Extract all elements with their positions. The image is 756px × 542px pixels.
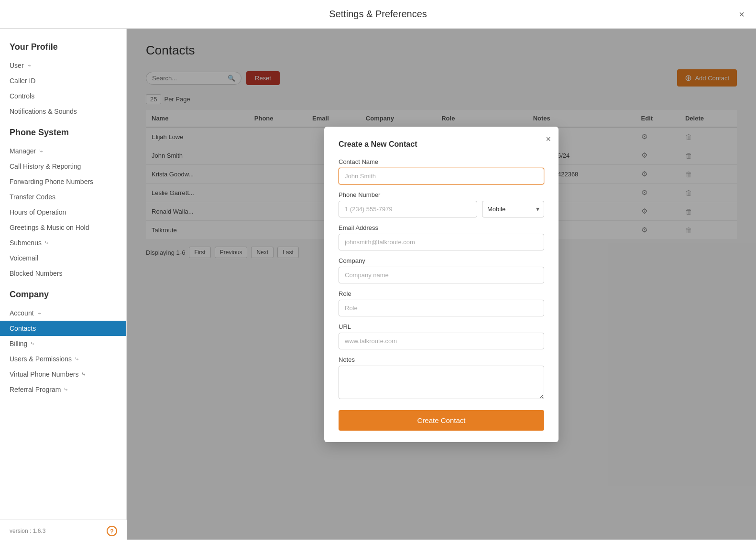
sidebar-item-account[interactable]: Account ⤷ bbox=[0, 305, 126, 321]
sidebar-item-transfercodes-label: Transfer Codes bbox=[10, 193, 55, 201]
sidebar-item-notifications[interactable]: Notifications & Sounds bbox=[0, 104, 126, 119]
sidebar-item-transfercodes[interactable]: Transfer Codes bbox=[0, 189, 126, 205]
sidebar-item-greetings[interactable]: Greetings & Music on Hold bbox=[0, 220, 126, 235]
contact-name-label: Contact Name bbox=[339, 158, 544, 165]
email-label: Email Address bbox=[339, 224, 544, 231]
modal-close-button[interactable]: × bbox=[546, 134, 551, 144]
company-label: Company bbox=[339, 257, 544, 264]
app-container: Settings & Preferences × Your Profile Us… bbox=[0, 0, 756, 542]
external-link-icon-users: ⤷ bbox=[75, 356, 79, 362]
notes-group: Notes bbox=[339, 356, 544, 401]
external-link-icon-referral: ⤷ bbox=[64, 386, 68, 393]
url-input[interactable] bbox=[339, 333, 544, 349]
modal-overlay: Create a New Contact × Contact Name Phon… bbox=[127, 29, 756, 540]
sidebar-item-referral[interactable]: Referral Program ⤷ bbox=[0, 382, 126, 397]
sidebar-item-notifications-label: Notifications & Sounds bbox=[10, 108, 77, 115]
sidebar-item-manager[interactable]: Manager ⤷ bbox=[0, 143, 126, 159]
company-section-title: Company bbox=[0, 286, 126, 305]
sidebar-item-voicemail[interactable]: Voicemail bbox=[0, 250, 126, 266]
phone-system-section-title: Phone System bbox=[0, 124, 126, 143]
external-link-icon-account: ⤷ bbox=[37, 310, 42, 316]
sidebar-item-submenus-label: Submenus bbox=[10, 239, 42, 247]
header: Settings & Preferences × bbox=[0, 0, 756, 29]
version-bar: version : 1.6.3 ? bbox=[0, 520, 127, 540]
sidebar-item-user-label: User bbox=[10, 62, 24, 69]
sidebar-item-callerid-label: Caller ID bbox=[10, 77, 35, 85]
sidebar-item-virtual-numbers[interactable]: Virtual Phone Numbers ⤷ bbox=[0, 367, 126, 382]
sidebar-item-blocked[interactable]: Blocked Numbers bbox=[0, 266, 126, 281]
phone-number-input[interactable] bbox=[339, 201, 477, 217]
header-title: Settings & Preferences bbox=[329, 9, 427, 20]
sidebar-item-contacts[interactable]: Contacts bbox=[0, 321, 126, 336]
email-group: Email Address bbox=[339, 224, 544, 250]
sidebar-item-voicemail-label: Voicemail bbox=[10, 254, 38, 262]
modal: Create a New Contact × Contact Name Phon… bbox=[324, 127, 559, 442]
role-group: Role bbox=[339, 290, 544, 316]
phone-number-group: Phone Number Mobile Home Work Other bbox=[339, 191, 544, 217]
sidebar-item-callerid[interactable]: Caller ID bbox=[0, 73, 126, 88]
url-label: URL bbox=[339, 323, 544, 330]
sidebar-item-blocked-label: Blocked Numbers bbox=[10, 270, 63, 277]
sidebar-item-hours[interactable]: Hours of Operation bbox=[0, 205, 126, 220]
sidebar-item-controls[interactable]: Controls bbox=[0, 88, 126, 104]
notes-label: Notes bbox=[339, 356, 544, 363]
sidebar-item-user[interactable]: User ⤷ bbox=[0, 58, 126, 73]
your-profile-section-title: Your Profile bbox=[0, 38, 126, 58]
sidebar-item-forwarding[interactable]: Forwarding Phone Numbers bbox=[0, 174, 126, 189]
create-contact-button[interactable]: Create Contact bbox=[339, 410, 544, 431]
sidebar-item-billing-label: Billing bbox=[10, 340, 27, 347]
sidebar-item-users-permissions[interactable]: Users & Permissions ⤷ bbox=[0, 351, 126, 367]
external-link-icon-virtual: ⤷ bbox=[81, 371, 86, 378]
email-input[interactable] bbox=[339, 234, 544, 250]
sidebar-item-forwarding-label: Forwarding Phone Numbers bbox=[10, 178, 93, 185]
sidebar-item-callhistory-label: Call History & Reporting bbox=[10, 163, 81, 170]
close-button[interactable]: × bbox=[739, 9, 745, 20]
external-link-icon: ⤷ bbox=[27, 62, 32, 69]
sidebar-item-controls-label: Controls bbox=[10, 92, 34, 100]
help-icon[interactable]: ? bbox=[107, 526, 117, 536]
body-layout: Your Profile User ⤷ Caller ID Controls N… bbox=[0, 29, 756, 540]
sidebar-item-greetings-label: Greetings & Music on Hold bbox=[10, 224, 89, 231]
external-link-icon-manager: ⤷ bbox=[39, 148, 44, 154]
external-link-icon-submenus: ⤷ bbox=[44, 239, 49, 246]
main-content: Contacts 🔍 Reset ⊕ Add Contact 25 Per Pa… bbox=[127, 29, 756, 540]
version-label: version : 1.6.3 bbox=[10, 528, 45, 534]
external-link-icon-billing: ⤷ bbox=[30, 340, 35, 347]
url-group: URL bbox=[339, 323, 544, 349]
sidebar-item-contacts-label: Contacts bbox=[10, 325, 36, 332]
sidebar-item-referral-label: Referral Program bbox=[10, 386, 61, 393]
modal-title: Create a New Contact bbox=[339, 140, 544, 149]
role-input[interactable] bbox=[339, 300, 544, 316]
notes-input[interactable] bbox=[339, 366, 544, 399]
sidebar-item-manager-label: Manager bbox=[10, 147, 36, 155]
sidebar-item-callhistory[interactable]: Call History & Reporting bbox=[0, 159, 126, 174]
phone-type-select[interactable]: Mobile Home Work Other bbox=[482, 201, 544, 217]
phone-number-label: Phone Number bbox=[339, 191, 544, 198]
contact-name-group: Contact Name bbox=[339, 158, 544, 184]
company-input[interactable] bbox=[339, 267, 544, 283]
sidebar-item-virtual-numbers-label: Virtual Phone Numbers bbox=[10, 370, 78, 378]
company-group: Company bbox=[339, 257, 544, 283]
sidebar-item-users-permissions-label: Users & Permissions bbox=[10, 355, 72, 363]
role-label: Role bbox=[339, 290, 544, 297]
contact-name-input[interactable] bbox=[339, 168, 544, 184]
sidebar-item-hours-label: Hours of Operation bbox=[10, 208, 66, 216]
phone-row: Mobile Home Work Other bbox=[339, 201, 544, 217]
sidebar-item-billing[interactable]: Billing ⤷ bbox=[0, 336, 126, 351]
phone-type-wrapper: Mobile Home Work Other bbox=[482, 201, 544, 217]
sidebar-item-account-label: Account bbox=[10, 309, 34, 317]
sidebar-item-submenus[interactable]: Submenus ⤷ bbox=[0, 235, 126, 250]
sidebar: Your Profile User ⤷ Caller ID Controls N… bbox=[0, 29, 127, 540]
